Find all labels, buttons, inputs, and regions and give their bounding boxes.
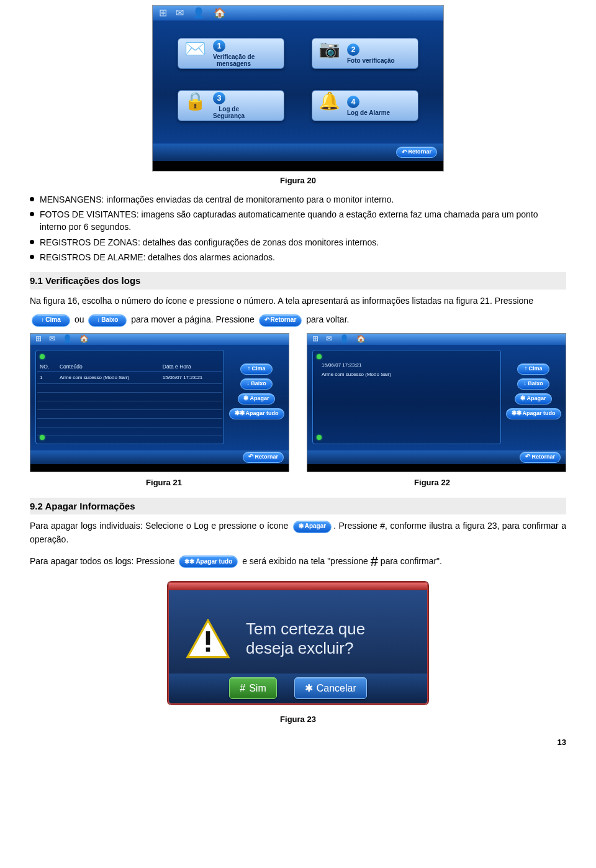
tile-label: mensagens: [213, 60, 255, 67]
topbar-icon: ⊞: [312, 334, 318, 344]
figure-23-dialog: Tem certeza que deseja excluir? # Sim ✱ …: [168, 582, 428, 705]
asterisk-icon: ✱: [520, 394, 525, 403]
apagar-tudo-button: ✱✱Apagar tudo: [179, 555, 238, 568]
double-asterisk-icon: ✱✱: [235, 409, 245, 418]
label: Cima: [528, 365, 542, 373]
fig22-topbar: ⊞ ✉ 👤 🏠: [307, 334, 566, 345]
hash-icon: #: [240, 681, 245, 695]
label: Apagar tudo: [523, 409, 556, 418]
topbar-icon: 🏠: [214, 6, 226, 20]
label: Apagar: [250, 395, 269, 403]
topbar-icon: 🏠: [356, 334, 366, 344]
retornar-button: ↶Retornar: [259, 314, 302, 327]
cima-label: Cima: [45, 316, 60, 325]
envelope-icon: ✉️: [179, 32, 210, 66]
retornar-label: Retornar: [408, 148, 431, 156]
baixo-button: ↓Baixo: [240, 378, 273, 390]
section-9-1-heading: 9.1 Verificações dos logs: [30, 272, 566, 290]
arrow-up-icon: ↑: [524, 364, 527, 373]
cell-dh: 15/06/07 17:23:21: [160, 372, 222, 383]
double-asterisk-icon: ✱✱: [512, 409, 522, 418]
label: Apagar: [526, 395, 546, 403]
text: Na figura 16, escolha o número do ícone …: [30, 296, 533, 306]
label: Cima: [251, 365, 265, 373]
label: Baixo: [528, 380, 543, 388]
tile-number: 3: [213, 92, 225, 104]
table-row: [37, 418, 222, 427]
apagar-button: ✱Apagar: [293, 521, 332, 533]
tile-label: Log de: [213, 106, 245, 112]
detail-datetime: 15/06/07 17:23:21: [322, 362, 493, 369]
sim-button: # Sim: [229, 677, 276, 699]
baixo-button: ↓Baixo: [517, 378, 549, 390]
topbar-icon: ✉: [49, 334, 55, 344]
bullet-item: REGISTROS DE ALARME: detalhes dos alarme…: [30, 251, 566, 263]
tile-number: 1: [213, 40, 225, 52]
tile-label: Segurança: [213, 112, 245, 119]
status-led-icon: [317, 354, 322, 359]
dialog-message: Tem certeza que deseja excluir?: [246, 619, 365, 658]
svg-rect-2: [206, 647, 210, 652]
log-table-panel: NO. Conteúdo Data e Hora 1 Arme com suce…: [35, 350, 224, 444]
baixo-label: Baixo: [101, 316, 118, 325]
return-icon: ↶: [402, 148, 407, 157]
status-led-icon: [40, 435, 45, 440]
section-9-2-heading: 9.2 Apagar Informações: [30, 498, 566, 515]
text: para mover a página. Pressione: [131, 314, 254, 324]
lock-icon: 🔒: [179, 84, 210, 119]
section-9-2-paragraph-1: Para apagar logs individuais: Selecione …: [30, 519, 566, 546]
topbar-icon: 👤: [63, 334, 72, 344]
log-detail-panel: 15/06/07 17:23:21 Arme com sucesso (Modo…: [312, 350, 501, 444]
cima-button: ↑Cima: [517, 363, 549, 375]
fig21-button-column: ↑Cima ↓Baixo ✱Apagar ✱✱Apagar tudo: [229, 350, 284, 444]
table-row: [37, 383, 222, 392]
baixo-button: ↓Baixo: [88, 314, 127, 327]
log-table: NO. Conteúdo Data e Hora 1 Arme com suce…: [37, 362, 222, 436]
tile-label: Foto verificação: [347, 57, 395, 64]
cell-conteudo: Arme com sucesso (Modo Sair): [57, 372, 160, 383]
arrow-down-icon: ↓: [523, 379, 526, 388]
retornar-button: ↶Retornar: [520, 452, 561, 463]
label: Retornar: [531, 453, 555, 461]
cell-no: 1: [37, 372, 57, 383]
return-icon: ↶: [248, 452, 253, 462]
text: e será exibido na tela "pressione: [242, 556, 368, 566]
topbar-icon: ✉: [176, 6, 184, 20]
table-row: [37, 392, 222, 401]
col-no: NO.: [37, 362, 57, 372]
alarm-icon: 🔔: [314, 84, 345, 119]
tile-label: Log de Alarme: [347, 109, 390, 116]
dialog-message-line: deseja excluir?: [246, 639, 365, 658]
label: Baixo: [251, 380, 266, 388]
double-asterisk-icon: ✱✱: [184, 557, 194, 567]
retornar-label: Retornar: [271, 316, 297, 325]
retornar-button: ↶Retornar: [396, 147, 437, 158]
topbar-icon: 🏠: [79, 334, 89, 344]
asterisk-icon: ✱: [305, 681, 313, 695]
col-datahora: Data e Hora: [160, 362, 222, 372]
apagar-button: ✱Apagar: [515, 393, 551, 404]
bullet-item: MENSANGENS: informações enviadas da cent…: [30, 193, 566, 206]
arrow-down-icon: ↓: [246, 379, 250, 388]
apagar-button: ✱Apagar: [238, 393, 274, 404]
topbar-icon: ⊞: [35, 334, 42, 344]
label: Retornar: [255, 453, 278, 461]
return-icon: ↶: [525, 452, 530, 462]
cima-button: ↑Cima: [32, 314, 70, 327]
detail-content: Arme com sucesso (Modo Sair): [322, 371, 493, 378]
section-9-1-paragraph: Na figura 16, escolha o número do ícone …: [30, 295, 566, 307]
text: para voltar.: [306, 314, 349, 324]
apagar-tudo-button: ✱✱Apagar tudo: [506, 408, 561, 419]
apagartudo-label: Apagar tudo: [196, 557, 232, 567]
fig21-topbar: ⊞ ✉ 👤 🏠: [30, 334, 289, 345]
status-led-icon: [317, 435, 322, 440]
figure-20-caption: Figura 20: [30, 175, 566, 187]
figure-21-screenshot: ⊞ ✉ 👤 🏠 NO. Conteúdo Data e Hora 1 Arme …: [30, 333, 289, 472]
arrow-up-icon: ↑: [41, 316, 44, 325]
bullet-item: REGISTROS DE ZONAS: detalhes das configu…: [30, 236, 566, 249]
table-row: [37, 427, 222, 436]
tile-label: Verificação de: [213, 53, 255, 60]
figure-20-screenshot: ⊞ ✉ 👤 🏠 ✉️ 1 Verificação de mensagens 📷: [152, 5, 444, 171]
apagar-label: Apagar: [305, 522, 326, 531]
camera-icon: 📷: [314, 32, 345, 66]
